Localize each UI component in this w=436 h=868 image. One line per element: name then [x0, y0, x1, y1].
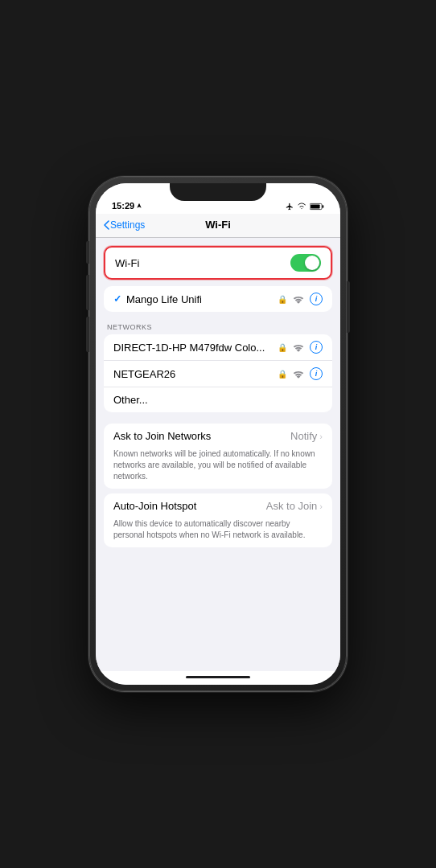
ask-to-join-description: Known networks will be joined automatica…	[104, 448, 332, 489]
mute-button[interactable]	[86, 241, 89, 264]
lock-icon: 🔒	[278, 295, 287, 304]
phone-screen: 15:29	[96, 183, 340, 685]
lock-icon-1: 🔒	[278, 370, 287, 379]
wifi-signal-icon	[293, 295, 304, 304]
svg-rect-2	[322, 205, 323, 208]
network-other-label: Other...	[113, 394, 323, 406]
network-info-icon-0[interactable]: i	[310, 341, 323, 354]
toggle-thumb	[305, 256, 319, 270]
connected-info-icon[interactable]: i	[310, 293, 323, 305]
battery-icon	[310, 203, 324, 211]
back-chevron-icon	[104, 220, 109, 230]
wifi-toggle-section: Wi-Fi	[104, 246, 332, 280]
connected-network-name: Mango Life Unifi	[126, 293, 278, 305]
auto-join-section: Auto-Join Hotspot Ask to Join › Allow th…	[104, 493, 332, 547]
network-row-0[interactable]: DIRECT-1D-HP M479fdw Colo... 🔒 i	[104, 334, 332, 361]
power-button[interactable]	[347, 281, 350, 333]
back-label: Settings	[110, 219, 145, 231]
network-info-icon-1[interactable]: i	[310, 367, 323, 380]
network-name-0: DIRECT-1D-HP M479fdw Colo...	[113, 342, 278, 354]
auto-join-label: Auto-Join Hotspot	[113, 500, 266, 512]
network-row-1[interactable]: NETGEAR26 🔒 i	[104, 361, 332, 387]
nav-bar: Settings Wi-Fi	[96, 214, 340, 238]
auto-join-row[interactable]: Auto-Join Hotspot Ask to Join ›	[104, 493, 332, 518]
phone-frame: 15:29	[89, 177, 347, 691]
auto-join-chevron-icon: ›	[319, 502, 323, 511]
status-icons	[286, 203, 324, 211]
auto-join-description: Allow this device to automatically disco…	[104, 518, 332, 547]
wifi-toggle[interactable]	[290, 254, 321, 272]
lock-icon-0: 🔒	[278, 343, 287, 352]
wifi-icon-0	[293, 343, 304, 352]
time-display: 15:29	[112, 201, 134, 211]
wifi-status-icon	[297, 203, 306, 211]
networks-list: DIRECT-1D-HP M479fdw Colo... 🔒 i NETGEAR…	[104, 334, 332, 412]
location-icon	[136, 203, 142, 209]
network-icons-1: 🔒 i	[278, 367, 323, 380]
ask-to-join-label: Ask to Join Networks	[113, 430, 290, 442]
volume-up-button[interactable]	[86, 275, 89, 310]
svg-rect-1	[311, 204, 320, 208]
volume-down-button[interactable]	[86, 317, 89, 352]
notch	[170, 183, 266, 201]
content-area: Wi-Fi ✓ Mango Life Unifi 🔒 i	[96, 238, 340, 671]
airplane-icon	[286, 203, 294, 211]
home-indicator[interactable]	[96, 671, 340, 685]
network-row-other[interactable]: Other...	[104, 387, 332, 412]
wifi-icon-1	[293, 370, 304, 379]
ask-to-join-chevron-icon: ›	[319, 432, 323, 441]
back-button[interactable]: Settings	[104, 219, 145, 231]
page-title: Wi-Fi	[205, 219, 231, 231]
connected-network-row[interactable]: ✓ Mango Life Unifi 🔒 i	[113, 286, 323, 312]
auto-join-value: Ask to Join	[266, 500, 318, 512]
checkmark-icon: ✓	[113, 293, 121, 305]
network-icons-0: 🔒 i	[278, 341, 323, 354]
connected-network-icons: 🔒 i	[278, 293, 323, 305]
network-name-1: NETGEAR26	[113, 368, 278, 380]
wifi-toggle-row[interactable]: Wi-Fi	[115, 248, 321, 278]
wifi-toggle-label: Wi-Fi	[115, 257, 139, 269]
ask-to-join-row[interactable]: Ask to Join Networks Notify ›	[104, 424, 332, 448]
home-bar	[186, 676, 250, 678]
connected-network-section: ✓ Mango Life Unifi 🔒 i	[104, 286, 332, 312]
ask-to-join-value: Notify	[290, 430, 317, 442]
status-time: 15:29	[112, 201, 142, 211]
networks-section-label: NETWORKS	[107, 323, 329, 331]
ask-to-join-section: Ask to Join Networks Notify › Known netw…	[104, 424, 332, 489]
